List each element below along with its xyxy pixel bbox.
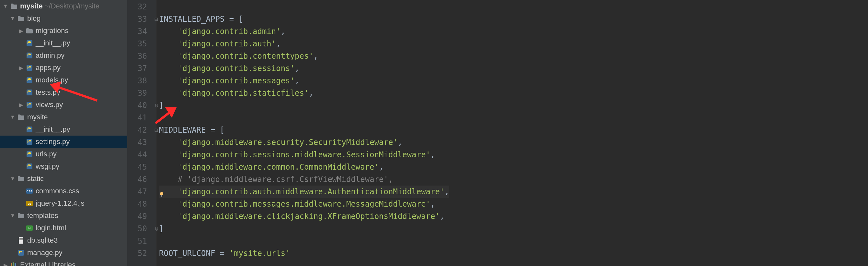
code-content[interactable]: ⊟INSTALLED_APPS = [ 'django.contrib.admi… (156, 0, 449, 266)
token-punct: , (309, 88, 313, 98)
code-line[interactable]: ⊟INSTALLED_APPS = [ (159, 13, 449, 25)
tree-item-db-sqlite3[interactable]: db.sqlite3 (0, 234, 127, 246)
js-icon: JS (25, 201, 34, 206)
expand-arrow-icon[interactable]: ▼ (10, 176, 16, 182)
code-line[interactable] (159, 1, 449, 13)
token-str: 'django.contrib.sessions.middleware.Sess… (178, 150, 430, 159)
svg-rect-16 (27, 151, 32, 157)
code-line[interactable]: 'django.contrib.sessions.middleware.Sess… (159, 149, 449, 161)
tree-item-apps-py[interactable]: ▶apps.py (0, 62, 127, 74)
tree-item-label: admin.py (36, 51, 64, 60)
tree-item-commons-css[interactable]: CSScommons.css (0, 185, 127, 197)
expand-arrow-icon[interactable]: ▶ (3, 262, 8, 266)
tree-item-label: commons.css (36, 187, 79, 195)
code-line[interactable]: 'django.contrib.admin', (159, 25, 449, 37)
line-number: 47 (127, 186, 147, 198)
expand-arrow-icon[interactable]: ▼ (3, 3, 8, 9)
expand-arrow-icon[interactable]: ▼ (10, 114, 16, 120)
tree-item-urls-py[interactable]: urls.py (0, 148, 127, 160)
py-icon (25, 40, 34, 46)
svg-rect-36 (161, 195, 162, 196)
code-line[interactable]: 'django.middleware.clickjacking.XFrameOp… (159, 210, 449, 222)
line-number: 34 (127, 25, 147, 37)
token-punct: [ (220, 126, 224, 135)
fold-close-icon[interactable]: ⊌ (154, 99, 159, 112)
project-tree[interactable]: ▼mysite~/Desktop/mysite▼blog▶migrations_… (0, 0, 127, 266)
svg-text:CSS: CSS (27, 190, 33, 193)
tree-item-external-libraries[interactable]: ▶External Libraries (0, 259, 127, 266)
code-line[interactable]: 'django.contrib.auth', (159, 37, 449, 50)
svg-rect-18 (27, 163, 32, 169)
lib-icon (10, 262, 18, 266)
token-punct: , (430, 200, 435, 209)
tree-item-blog[interactable]: ▼blog (0, 12, 127, 25)
line-number: 51 (127, 235, 147, 247)
code-line[interactable]: 'django.contrib.messages.middleware.Mess… (159, 198, 449, 210)
token-id: MIDDLEWARE (159, 126, 206, 135)
svg-point-11 (28, 103, 29, 104)
code-line[interactable]: 'django.contrib.contenttypes', (159, 50, 449, 62)
token-str: 'django.contrib.contenttypes' (178, 52, 313, 61)
code-line[interactable] (159, 112, 449, 124)
tree-item-login-html[interactable]: Hlogin.html (0, 222, 127, 234)
token-punct: , (281, 27, 285, 36)
line-number: 36 (127, 50, 147, 62)
folder-icon (17, 16, 25, 21)
expand-arrow-icon[interactable]: ▼ (10, 213, 16, 219)
code-line[interactable]: ROOT_URLCONF = 'mysite.urls' (159, 247, 449, 260)
tree-item-tests-py[interactable]: tests.py (0, 86, 127, 99)
py-icon (25, 151, 34, 157)
tree-item-migrations[interactable]: ▶migrations (0, 25, 127, 37)
tree-item--init-py[interactable]: __init__.py (0, 123, 127, 136)
tree-item-mysite[interactable]: ▼mysite (0, 111, 127, 123)
code-line[interactable]: ⊌] (159, 99, 449, 112)
py-icon (17, 249, 25, 256)
code-line[interactable]: # 'django.middleware.csrf.CsrfViewMiddle… (159, 173, 449, 186)
line-number: 48 (127, 198, 147, 210)
tree-item-models-py[interactable]: models.py (0, 74, 127, 86)
tree-item-mysite[interactable]: ▼mysite~/Desktop/mysite (0, 0, 127, 12)
line-number: 41 (127, 112, 147, 124)
tree-item-wsgi-py[interactable]: wsgi.py (0, 160, 127, 172)
line-number: 46 (127, 173, 147, 186)
token-str: 'django.middleware.clickjacking.XFrameOp… (178, 212, 440, 221)
code-line[interactable]: 'django.contrib.messages', (159, 75, 449, 87)
intention-bulb-icon[interactable] (159, 188, 164, 194)
expand-arrow-icon[interactable]: ▼ (10, 16, 16, 21)
code-line[interactable]: 'django.middleware.common.CommonMiddlewa… (159, 161, 449, 173)
code-editor[interactable]: 3233343536373839404142434445464748495051… (127, 0, 868, 266)
tree-item-label: __init__.py (36, 125, 70, 134)
tree-item-static[interactable]: ▼static (0, 172, 127, 185)
svg-rect-8 (27, 89, 32, 96)
svg-rect-10 (27, 102, 32, 108)
token-punct: , (398, 138, 402, 147)
tree-item-manage-py[interactable]: manage.py (0, 246, 127, 259)
tree-item-label: __init__.py (36, 39, 70, 47)
tree-item-templates[interactable]: ▼templates (0, 210, 127, 222)
expand-arrow-icon[interactable]: ▶ (18, 102, 24, 108)
token-str: 'django.contrib.auth.middleware.Authenti… (178, 187, 445, 196)
tree-item-label: templates (27, 212, 58, 220)
tree-item-views-py[interactable]: ▶views.py (0, 99, 127, 111)
code-line[interactable]: ⊟MIDDLEWARE = [ (159, 124, 449, 136)
code-line[interactable]: 'django.contrib.auth.middleware.Authenti… (159, 186, 449, 198)
tree-item-admin-py[interactable]: admin.py (0, 49, 127, 62)
code-line[interactable] (159, 235, 449, 247)
fold-close-icon[interactable]: ⊌ (154, 222, 159, 235)
line-number: 49 (127, 210, 147, 222)
tree-item--init-py[interactable]: __init__.py (0, 37, 127, 49)
tree-item-jquery-1-12-4-js[interactable]: JSjquery-1.12.4.js (0, 197, 127, 210)
tree-item-settings-py[interactable]: settings.py (0, 136, 127, 148)
expand-arrow-icon[interactable]: ▶ (18, 65, 24, 71)
tree-item-label: static (27, 175, 44, 183)
fold-open-icon[interactable]: ⊟ (154, 124, 158, 136)
code-line[interactable]: 'django.contrib.sessions', (159, 62, 449, 75)
code-line[interactable]: 'django.contrib.staticfiles', (159, 87, 449, 99)
expand-arrow-icon[interactable]: ▶ (18, 28, 24, 34)
py-icon (25, 64, 34, 71)
tree-item-label: jquery-1.12.4.js (36, 199, 84, 208)
code-line[interactable]: 'django.middleware.security.SecurityMidd… (159, 136, 449, 149)
code-line[interactable]: ⊌] (159, 222, 449, 235)
tree-item-label: urls.py (36, 150, 57, 158)
fold-open-icon[interactable]: ⊟ (154, 13, 158, 25)
